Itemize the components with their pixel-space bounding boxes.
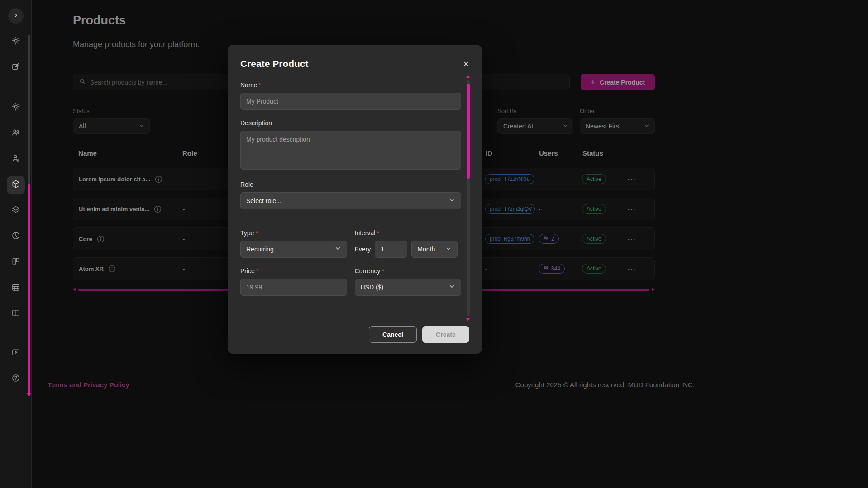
vertical-scrollbar[interactable] <box>28 35 30 395</box>
description-field-group: Description <box>240 119 461 171</box>
help-icon <box>11 374 20 384</box>
close-icon[interactable]: × <box>463 58 469 70</box>
every-label: Every <box>355 246 371 253</box>
scroll-up-arrow-icon[interactable] <box>466 75 470 78</box>
description-field-label: Description <box>240 119 461 127</box>
sidebar-item-products[interactable] <box>7 176 25 194</box>
type-select[interactable]: Recurring <box>240 241 347 258</box>
currency-field-label: Currency* <box>355 267 462 275</box>
sidebar-item-calendar[interactable] <box>7 279 25 297</box>
interval-unit-value: Month <box>417 246 435 253</box>
type-select-value: Recurring <box>246 246 274 253</box>
sidebar-nav <box>7 32 25 388</box>
sidebar-item-integrations[interactable] <box>7 202 25 220</box>
name-field-label: Name* <box>240 81 461 89</box>
price-field[interactable] <box>240 279 347 296</box>
gear-icon <box>11 102 20 113</box>
media-player-icon <box>11 348 20 359</box>
vertical-scrollbar-thumb[interactable] <box>28 184 30 393</box>
name-field[interactable] <box>240 93 461 110</box>
interval-unit-select[interactable]: Month <box>411 241 458 258</box>
kanban-icon <box>11 257 20 268</box>
package-icon <box>11 180 20 190</box>
currency-select-value: USD ($) <box>361 284 384 291</box>
chevron-down-icon <box>448 283 455 291</box>
sidebar-item-help[interactable] <box>7 370 25 388</box>
name-field-group: Name* <box>240 81 461 110</box>
create-product-modal: Create Product × Name* Description Role … <box>228 45 482 354</box>
sidebar-item-boards[interactable] <box>7 253 25 271</box>
currency-field-group: Currency* USD ($) <box>355 267 462 296</box>
scroll-down-arrow-icon[interactable] <box>466 318 470 321</box>
pie-chart-icon <box>11 231 20 242</box>
currency-select[interactable]: USD ($) <box>355 279 462 296</box>
section-divider <box>240 219 461 219</box>
modal-scrollbar-thumb[interactable] <box>467 84 470 179</box>
layers-icon <box>11 205 20 216</box>
interval-field-group: Interval* Every Month <box>355 229 462 258</box>
chevron-right-icon <box>12 11 20 21</box>
role-field-label: Role <box>240 181 461 188</box>
price-currency-row: Price* Currency* USD ($) <box>240 267 461 296</box>
scroll-down-arrow-icon[interactable] <box>27 393 31 397</box>
modal-body: Name* Description Role Select role... Ty… <box>240 81 461 326</box>
sidebar-item-settings[interactable] <box>7 33 25 51</box>
sidebar-item-analytics[interactable] <box>7 227 25 246</box>
required-marker: * <box>256 267 258 275</box>
role-select[interactable]: Select role... <box>240 192 461 209</box>
type-interval-row: Type* Recurring Interval* Every Month <box>240 229 461 258</box>
description-field[interactable] <box>240 131 461 170</box>
modal-title: Create Product <box>240 58 309 69</box>
sidebar-item-users[interactable] <box>7 124 25 142</box>
role-field-group: Role Select role... <box>240 181 461 209</box>
app-root: Products Manage products for your platfo… <box>0 0 868 488</box>
sidebar-item-media[interactable] <box>7 344 25 362</box>
price-field-label: Price* <box>240 267 347 275</box>
compose-icon <box>11 62 20 73</box>
calendar-icon <box>11 283 20 294</box>
type-field-group: Type* Recurring <box>240 229 347 258</box>
member-icon <box>11 154 20 165</box>
modal-header: Create Product × <box>240 58 469 70</box>
layout-icon <box>11 308 20 319</box>
required-marker: * <box>258 81 261 89</box>
chevron-down-icon <box>334 245 341 253</box>
sidebar-item-roles[interactable] <box>7 150 25 168</box>
modal-scrollbar[interactable] <box>467 80 470 316</box>
chevron-down-icon <box>448 197 455 205</box>
create-button[interactable]: Create <box>422 326 469 343</box>
sidebar-item-layout[interactable] <box>7 305 25 323</box>
interval-field-label: Interval* <box>355 229 462 237</box>
cancel-button[interactable]: Cancel <box>369 326 417 343</box>
type-field-label: Type* <box>240 229 347 237</box>
interval-count-field[interactable] <box>375 241 407 258</box>
required-marker: * <box>377 229 379 237</box>
sidebar-header <box>0 0 31 32</box>
role-select-value: Select role... <box>246 197 281 204</box>
users-icon <box>11 128 20 139</box>
price-field-group: Price* <box>240 267 347 296</box>
sidebar-item-compose[interactable] <box>7 58 25 76</box>
chevron-down-icon <box>445 246 452 253</box>
required-marker: * <box>382 267 384 275</box>
sidebar <box>0 0 32 488</box>
gear-icon <box>11 36 20 47</box>
required-marker: * <box>255 229 258 237</box>
modal-footer: Cancel Create <box>240 326 469 343</box>
sidebar-item-preferences[interactable] <box>7 99 25 117</box>
sidebar-expand-button[interactable] <box>8 8 24 24</box>
